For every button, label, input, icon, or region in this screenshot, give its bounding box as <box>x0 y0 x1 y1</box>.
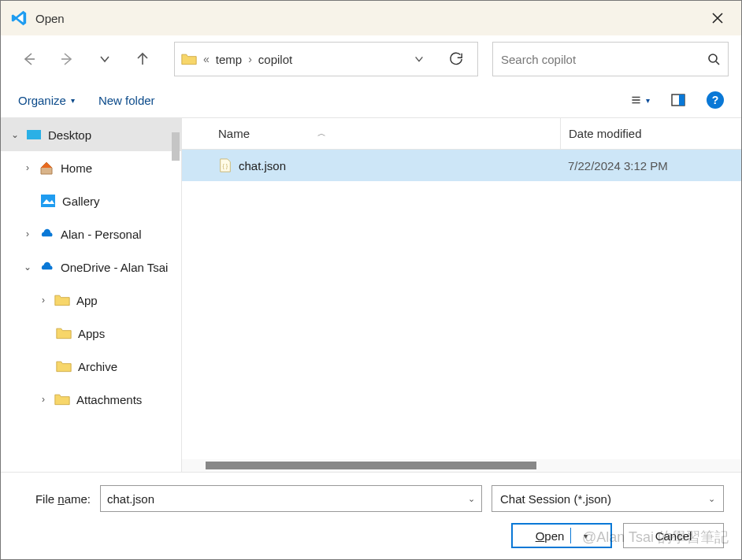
filename-value: chat.json <box>107 492 154 506</box>
cancel-button[interactable]: Cancel <box>623 523 724 548</box>
folder-icon <box>56 358 72 374</box>
close-button[interactable] <box>700 1 735 35</box>
forward-arrow-icon <box>59 51 75 67</box>
sidebar-label: App <box>76 294 98 307</box>
sidebar-label: Apps <box>78 327 105 340</box>
hscroll-thumb[interactable] <box>206 462 536 469</box>
breadcrumb-copilot[interactable]: copilot <box>258 53 292 66</box>
sort-indicator-icon: ︿ <box>317 128 326 139</box>
address-dropdown[interactable] <box>403 43 435 75</box>
command-bar: Organize▾ New folder ▾ ? <box>1 83 741 117</box>
preview-pane-icon <box>671 93 685 107</box>
chevron-right-icon: › <box>39 394 48 405</box>
open-file-dialog: Open « temp › copilot <box>0 0 742 560</box>
preview-pane-button[interactable] <box>669 91 688 109</box>
chevron-right-icon: › <box>23 162 32 173</box>
svg-rect-2 <box>679 95 684 106</box>
dialog-title: Open <box>35 12 65 25</box>
filename-input[interactable]: chat.json ⌄ <box>100 485 482 512</box>
sidebar-item-desktop[interactable]: ⌄ Desktop <box>1 118 181 151</box>
search-placeholder: Search copilot <box>501 53 576 66</box>
main-content: ⌄ Desktop › Home Gallery › Alan - Person… <box>1 117 741 472</box>
file-list-area: Name ︿ Date modified { } chat.json 7/22/… <box>182 118 741 472</box>
chevron-down-icon: ⌄ <box>708 494 715 504</box>
back-button[interactable] <box>13 43 45 75</box>
sidebar-item-alan-personal[interactable]: › Alan - Personal <box>1 217 181 250</box>
list-view-icon <box>631 93 641 107</box>
gallery-icon <box>40 193 56 209</box>
sidebar-item-home[interactable]: › Home <box>1 151 181 184</box>
title-bar: Open <box>1 1 741 35</box>
sidebar-item-attachments[interactable]: › Attachments <box>1 383 181 416</box>
desktop-icon <box>26 127 42 143</box>
sidebar-label: Gallery <box>62 195 100 208</box>
organize-button[interactable]: Organize▾ <box>18 94 75 107</box>
file-date: 7/22/2024 3:12 PM <box>560 159 741 172</box>
sidebar-label: Archive <box>78 360 117 373</box>
onedrive-icon <box>39 259 54 275</box>
search-input[interactable]: Search copilot <box>492 42 729 76</box>
bottom-panel: File name: chat.json ⌄ Chat Session (*.j… <box>1 472 741 559</box>
chevron-down-icon: ⌄ <box>23 261 32 273</box>
breadcrumb-separator: › <box>248 53 252 65</box>
sidebar-scrollbar-thumb[interactable] <box>172 132 180 161</box>
vscode-icon <box>10 9 28 27</box>
sidebar-item-onedrive[interactable]: ⌄ OneDrive - Alan Tsai <box>1 250 181 284</box>
address-bar[interactable]: « temp › copilot <box>174 42 478 76</box>
sidebar-item-gallery[interactable]: Gallery <box>1 184 181 217</box>
breadcrumb-overflow: « <box>203 53 210 65</box>
sidebar-label: Alan - Personal <box>61 228 142 241</box>
open-button[interactable]: Open ▾ <box>511 523 612 548</box>
navigation-toolbar: « temp › copilot Search copilot <box>1 35 741 83</box>
file-row[interactable]: { } chat.json 7/22/2024 3:12 PM <box>182 150 741 181</box>
file-list-header[interactable]: Name ︿ Date modified <box>182 118 741 150</box>
svg-rect-3 <box>27 130 41 139</box>
filetype-value: Chat Session (*.json) <box>500 492 611 506</box>
sidebar-label: Desktop <box>48 128 91 142</box>
svg-text:{ }: { } <box>222 162 228 169</box>
filename-label: File name: <box>18 492 91 506</box>
recent-locations-button[interactable] <box>89 43 121 75</box>
folder-icon <box>54 292 70 308</box>
chevron-down-icon <box>98 53 111 65</box>
sidebar-label: Attachments <box>76 393 142 406</box>
horizontal-scrollbar[interactable] <box>182 459 741 472</box>
home-icon <box>39 160 54 176</box>
column-header-name[interactable]: Name ︿ <box>218 127 560 140</box>
chevron-right-icon: › <box>23 228 32 239</box>
breadcrumb-temp[interactable]: temp <box>216 53 242 66</box>
chevron-down-icon: ⌄ <box>468 494 475 504</box>
svg-point-0 <box>709 54 717 62</box>
chevron-down-icon: ▾ <box>584 532 588 540</box>
folder-icon <box>54 391 70 407</box>
navigation-sidebar[interactable]: ⌄ Desktop › Home Gallery › Alan - Person… <box>1 118 182 472</box>
file-name: chat.json <box>239 159 286 172</box>
sidebar-item-archive[interactable]: Archive <box>1 350 181 383</box>
file-list-body[interactable]: { } chat.json 7/22/2024 3:12 PM <box>182 150 741 459</box>
view-options-button[interactable]: ▾ <box>631 91 650 109</box>
sidebar-item-app[interactable]: › App <box>1 284 181 317</box>
chevron-right-icon: › <box>39 295 48 306</box>
sidebar-item-apps[interactable]: Apps <box>1 317 181 350</box>
folder-icon <box>181 52 197 66</box>
sidebar-label: Home <box>61 161 92 175</box>
json-file-icon: { } <box>218 158 232 172</box>
refresh-button[interactable] <box>441 44 471 74</box>
close-icon <box>711 12 724 24</box>
folder-icon <box>56 325 72 341</box>
filetype-select[interactable]: Chat Session (*.json) ⌄ <box>492 485 724 512</box>
up-arrow-icon <box>135 51 150 67</box>
search-icon <box>707 53 720 65</box>
new-folder-button[interactable]: New folder <box>98 94 155 107</box>
chevron-down-icon <box>414 54 425 65</box>
onedrive-icon <box>39 226 54 242</box>
up-button[interactable] <box>127 43 158 75</box>
sidebar-label: OneDrive - Alan Tsai <box>61 261 168 274</box>
column-header-date[interactable]: Date modified <box>560 118 741 149</box>
help-button[interactable]: ? <box>707 91 724 109</box>
refresh-icon <box>449 52 463 66</box>
forward-button[interactable] <box>51 43 83 75</box>
back-arrow-icon <box>21 51 37 67</box>
chevron-down-icon: ⌄ <box>10 129 20 140</box>
